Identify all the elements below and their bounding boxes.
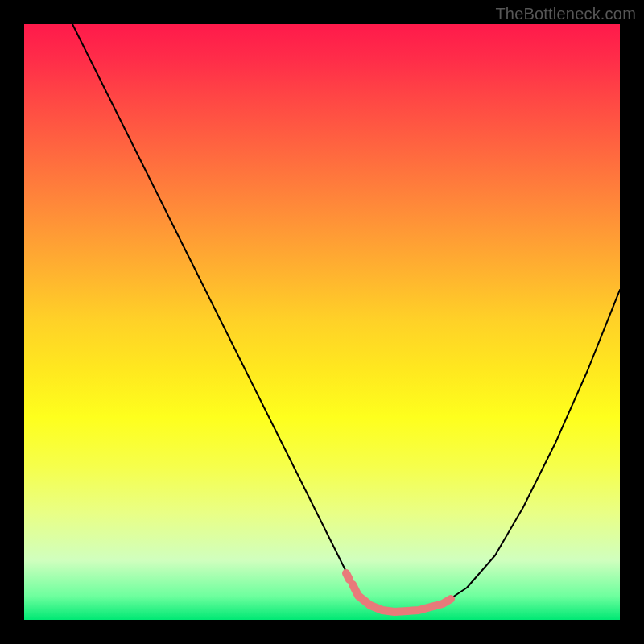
- highlight-dot: [346, 573, 349, 580]
- main-curve: [72, 24, 620, 612]
- highlight-segment: [353, 584, 451, 612]
- attribution-text: TheBottleneck.com: [495, 5, 636, 23]
- plot-area: [24, 24, 620, 620]
- chart-svg: [24, 24, 620, 620]
